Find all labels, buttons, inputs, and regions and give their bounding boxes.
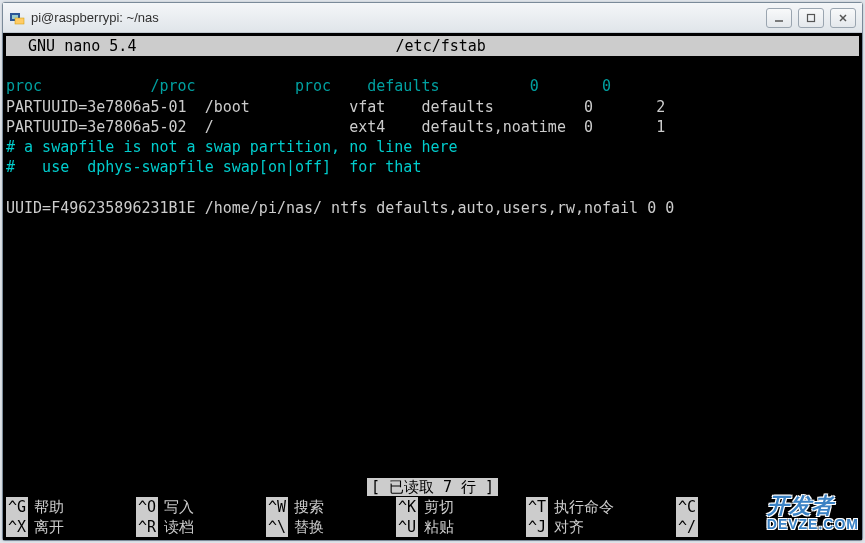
window-title: pi@raspberrypi: ~/nas bbox=[31, 10, 766, 25]
shortcut-readfile[interactable]: ^R读档 bbox=[136, 517, 266, 537]
minimize-button[interactable] bbox=[766, 8, 792, 28]
close-button[interactable] bbox=[830, 8, 856, 28]
window-controls bbox=[766, 8, 856, 28]
shortcut-gotoline[interactable]: ^/ bbox=[676, 517, 796, 537]
file-line: PARTUUID=3e7806a5-01 /boot vfat defaults… bbox=[6, 98, 665, 116]
nano-version: GNU nano 5.4 bbox=[6, 36, 142, 56]
svg-rect-4 bbox=[808, 14, 815, 21]
shortcut-exit[interactable]: ^X离开 bbox=[6, 517, 136, 537]
shortcut-help[interactable]: ^G帮助 bbox=[6, 497, 136, 517]
nano-filename: /etc/fstab bbox=[142, 36, 739, 56]
maximize-button[interactable] bbox=[798, 8, 824, 28]
shortcut-replace[interactable]: ^\替换 bbox=[266, 517, 396, 537]
shortcut-cut[interactable]: ^K剪切 bbox=[396, 497, 526, 517]
shortcut-execute[interactable]: ^T执行命令 bbox=[526, 497, 676, 517]
shortcut-row: ^G帮助 ^O写入 ^W搜索 ^K剪切 ^T执行命令 ^C bbox=[6, 497, 859, 517]
nano-shortcuts: ^G帮助 ^O写入 ^W搜索 ^K剪切 ^T执行命令 ^C ^X离开 ^R读档 … bbox=[6, 497, 859, 537]
file-line: proc /proc proc defaults 0 0 bbox=[6, 77, 611, 95]
shortcut-curpos[interactable]: ^C bbox=[676, 497, 796, 517]
file-comment-line: # a swapfile is not a swap partition, no… bbox=[6, 138, 458, 156]
nano-header: GNU nano 5.4 /etc/fstab bbox=[6, 36, 859, 56]
titlebar[interactable]: pi@raspberrypi: ~/nas bbox=[3, 3, 862, 33]
shortcut-justify[interactable]: ^J对齐 bbox=[526, 517, 676, 537]
putty-icon bbox=[9, 10, 25, 26]
terminal-area[interactable]: GNU nano 5.4 /etc/fstab proc /proc proc … bbox=[3, 33, 862, 540]
shortcut-paste[interactable]: ^U粘贴 bbox=[396, 517, 526, 537]
nano-status-text: [ 已读取 7 行 ] bbox=[367, 478, 498, 496]
editor-content[interactable]: proc /proc proc defaults 0 0 PARTUUID=3e… bbox=[6, 56, 859, 477]
file-line: PARTUUID=3e7806a5-02 / ext4 defaults,noa… bbox=[6, 118, 665, 136]
shortcut-row: ^X离开 ^R读档 ^\替换 ^U粘贴 ^J对齐 ^/ bbox=[6, 517, 859, 537]
file-comment-line: # use dphys-swapfile swap[on|off] for th… bbox=[6, 158, 421, 176]
svg-rect-2 bbox=[15, 18, 24, 24]
terminal-window: pi@raspberrypi: ~/nas GNU nano 5.4 /etc/… bbox=[2, 2, 863, 541]
nano-header-pad bbox=[739, 36, 859, 56]
file-line: UUID=F496235896231B1E /home/pi/nas/ ntfs… bbox=[6, 199, 674, 217]
nano-status-line: [ 已读取 7 行 ] bbox=[6, 477, 859, 497]
shortcut-search[interactable]: ^W搜索 bbox=[266, 497, 396, 517]
shortcut-writeout[interactable]: ^O写入 bbox=[136, 497, 266, 517]
